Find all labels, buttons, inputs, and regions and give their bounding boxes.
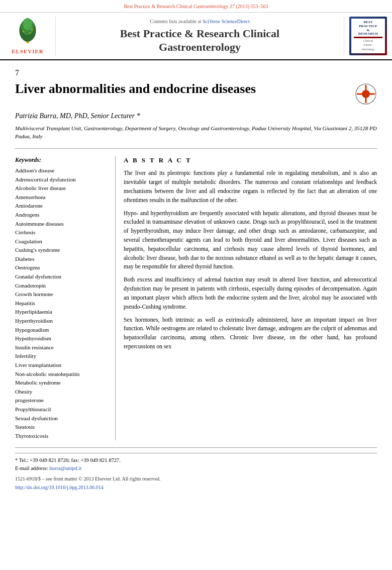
svg-point-3 — [23, 18, 32, 30]
elsevier-brand-text: ELSEVIER — [12, 48, 44, 55]
keyword-item: Metabolic syndrome — [15, 378, 109, 388]
keyword-item: Thyrotoxicosis — [15, 432, 109, 441]
keyword-item: Androgens — [15, 211, 109, 220]
journal-title-block: Contents lists available at SciVerse Sci… — [55, 17, 344, 55]
journal-cover-image: BESTPRACTICE&RESEARCH ClinicalGastro-ent… — [349, 17, 387, 55]
keyword-item: Sexual dysfunction — [15, 414, 109, 423]
copyright-text: 1521-6918/$ – see front matter © 2013 El… — [15, 476, 377, 483]
affiliation-text: Multivisceral Transplant Unit, Gastroent… — [15, 125, 377, 140]
abstract-column: A B S T R A C T The liver and its pleotr… — [124, 156, 377, 440]
journal-header: ELSEVIER Contents lists available at Sci… — [0, 13, 392, 60]
cover-title-text: BESTPRACTICE&RESEARCH — [358, 21, 378, 36]
section-divider — [15, 148, 377, 149]
keyword-item: Infertility — [15, 352, 109, 361]
abstract-paragraph: Hypo- and hyperthyroidism are frequently… — [124, 209, 377, 272]
abstract-title: A B S T R A C T — [124, 156, 377, 165]
sciverse-link[interactable]: SciVerse ScienceDirect — [203, 19, 250, 24]
doi-link[interactable]: http://dx.doi.org/10.1016/j.bpg.2013.06.… — [15, 485, 104, 490]
keyword-item: Hypothyroidism — [15, 334, 109, 343]
abstract-paragraph: Sex hormones, both intrinsic as well as … — [124, 316, 377, 351]
keyword-item: Addison's disease — [15, 166, 109, 175]
author-name: Patrizia Burra, MD, PhD, Senior Lecturer… — [15, 112, 140, 120]
keyword-item: Hyperlipidaemia — [15, 308, 109, 317]
keywords-column: Keywords: Addison's diseaseAdrenocortica… — [15, 156, 116, 440]
sciverse-notice: Contents lists available at SciVerse Sci… — [150, 18, 250, 25]
keyword-item: Cushing's syndrome — [15, 246, 109, 255]
keyword-item: Oestrogens — [15, 263, 109, 272]
article-title: Liver abnormalities and endocrine diseas… — [15, 81, 350, 97]
keyword-item: progesterone — [15, 396, 109, 405]
main-content: Keywords: Addison's diseaseAdrenocortica… — [0, 152, 392, 444]
footer-section: * Tel.: +39 049 821 8726; fax: +39 049 8… — [15, 453, 377, 492]
keyword-item: Insulin resistance — [15, 343, 109, 352]
svg-point-7 — [29, 32, 31, 34]
affiliation-section: Multivisceral Transplant Unit, Gastroent… — [0, 124, 392, 145]
keywords-list: Addison's diseaseAdrenocortical dysfunct… — [15, 166, 109, 440]
keyword-item: Adrenocortical dysfunction — [15, 175, 109, 184]
citation-text: Best Practice & Research Clinical Gastro… — [124, 4, 268, 9]
keyword-item: Growth hormone — [15, 290, 109, 299]
svg-point-4 — [23, 31, 25, 33]
footnote-email: E-mail address: burra@unipd.it — [15, 464, 377, 472]
crossmark-icon — [355, 83, 377, 105]
svg-point-6 — [25, 25, 26, 27]
article-title-section: Liver abnormalities and endocrine diseas… — [0, 81, 392, 109]
abstract-body: The liver and its pleotropic functions p… — [124, 169, 377, 351]
footnote-tel: * Tel.: +39 049 821 8726; fax: +39 049 8… — [15, 456, 377, 464]
footer-divider — [15, 447, 377, 448]
keyword-item: Alcoholic liver disease — [15, 184, 109, 193]
abstract-paragraph: Both excess and insufficiency of adrenal… — [124, 275, 377, 311]
keyword-item: Gonadal dysfunction — [15, 272, 109, 281]
keyword-item: Diabetes — [15, 255, 109, 264]
keyword-item: Hepatitis — [15, 299, 109, 308]
keyword-item: Propylthiouracil — [15, 405, 109, 414]
keyword-item: Amiodarone — [15, 202, 109, 211]
keyword-item: Autoimmune diseases — [15, 220, 109, 229]
cover-subtitle-text: ClinicalGastro-enterology — [362, 39, 375, 51]
keyword-item: Steatosis — [15, 423, 109, 432]
author-section: Patrizia Burra, MD, PhD, Senior Lecturer… — [0, 109, 392, 124]
elsevier-logo: ELSEVIER — [5, 17, 50, 55]
keyword-item: Cirrhosis — [15, 228, 109, 237]
keyword-item: Gonadotropin — [15, 281, 109, 291]
keywords-title: Keywords: — [15, 156, 109, 164]
journal-citation: Best Practice & Research Clinical Gastro… — [0, 0, 392, 13]
keyword-item: Amenorrhoea — [15, 193, 109, 202]
email-link[interactable]: burra@unipd.it — [49, 465, 81, 471]
article-number: 7 — [0, 60, 392, 80]
keyword-item: Non-alcoholic steatohepatitis — [15, 370, 109, 379]
keyword-item: Coagulation — [15, 237, 109, 246]
keyword-item: Liver transplantation — [15, 361, 109, 370]
abstract-paragraph: The liver and its pleotropic functions p… — [124, 169, 377, 205]
keyword-item: Obesity — [15, 388, 109, 397]
keyword-item: Hyperthyroidism — [15, 317, 109, 326]
keyword-item: Hypogonadism — [15, 326, 109, 335]
svg-point-5 — [31, 29, 33, 31]
journal-title: Best Practice & Research ClinicalGastroe… — [120, 27, 279, 54]
